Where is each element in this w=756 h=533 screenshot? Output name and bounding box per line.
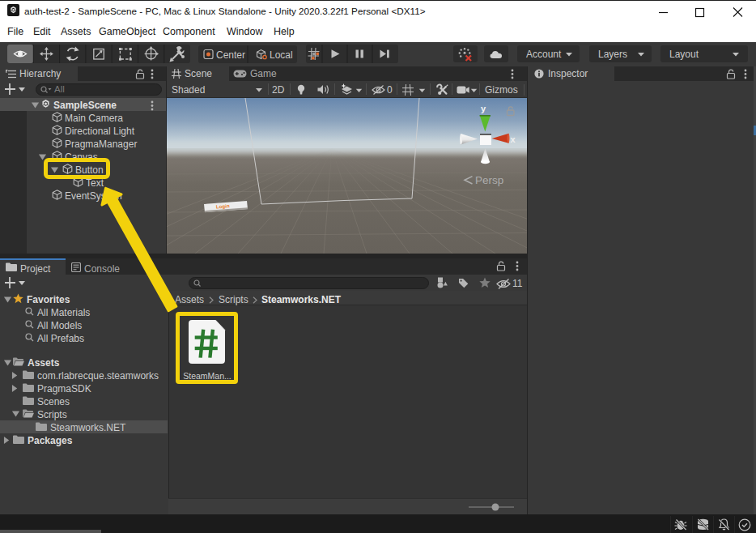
svg-text:Login: Login [216, 203, 231, 209]
svg-text:Center: Center [216, 49, 245, 61]
svg-text:y: y [481, 104, 486, 113]
svg-text:Persp: Persp [475, 174, 503, 186]
svg-text:Local: Local [270, 49, 293, 61]
svg-text:x: x [511, 134, 516, 144]
